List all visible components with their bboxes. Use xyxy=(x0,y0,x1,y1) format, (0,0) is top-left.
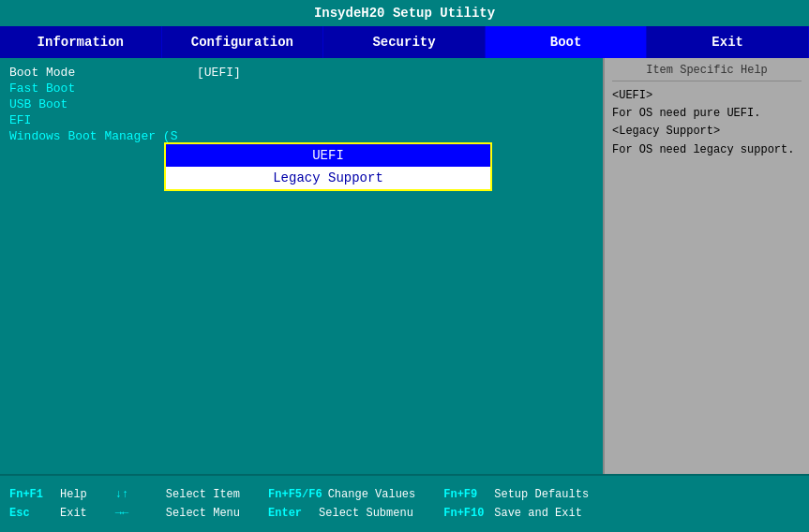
setting-boot-mode-value: [UEFI] xyxy=(197,66,241,80)
key-help-label: Help xyxy=(60,485,87,504)
bottom-bar: Fn+F1 Help Esc Exit ↓↑ Select Item →← Se… xyxy=(0,474,809,532)
bottom-navigate: ↓↑ Select Item →← Select Menu xyxy=(115,485,240,524)
main-content: Boot Mode [UEFI] Fast Boot USB Boot EFI … xyxy=(0,58,809,474)
key-fn-f10: Fn+F10 xyxy=(443,504,488,523)
bottom-arrows2: →← Select Menu xyxy=(115,504,240,523)
tab-configuration[interactable]: Configuration xyxy=(162,26,324,58)
key-esc: Esc xyxy=(9,504,54,523)
help-uefi-tag: <UEFI> xyxy=(612,89,652,102)
bottom-defaults-exit: Fn+F9 Setup Defaults Fn+F10 Save and Exi… xyxy=(443,485,589,524)
nav-tabs: Information Configuration Security Boot … xyxy=(0,26,809,58)
dropdown-popup[interactable]: UEFI Legacy Support xyxy=(164,142,492,191)
bottom-exit: Esc Exit xyxy=(9,504,87,523)
setting-efi[interactable]: EFI xyxy=(9,113,593,127)
bottom-help: Fn+F1 Help xyxy=(9,485,87,504)
bottom-setup-defaults: Fn+F9 Setup Defaults xyxy=(443,485,589,504)
dropdown-option-uefi[interactable]: UEFI xyxy=(166,144,490,167)
key-select-item-label: Select Item xyxy=(166,485,240,504)
setting-fast-boot[interactable]: Fast Boot xyxy=(9,81,593,96)
key-exit-label: Exit xyxy=(60,504,87,523)
help-legacy-tag: <Legacy Support> xyxy=(612,125,720,138)
left-panel: Boot Mode [UEFI] Fast Boot USB Boot EFI … xyxy=(0,58,603,474)
bottom-change-values: Fn+F5/F6 Change Values xyxy=(268,485,415,504)
key-select-submenu-label: Select Submenu xyxy=(319,504,413,523)
bottom-help-exit: Fn+F1 Help Esc Exit xyxy=(9,485,87,524)
dropdown-option-legacy[interactable]: Legacy Support xyxy=(166,167,490,189)
tab-security[interactable]: Security xyxy=(323,26,486,58)
key-save-exit-label: Save and Exit xyxy=(494,504,582,523)
tab-information[interactable]: Information xyxy=(0,26,162,58)
setting-efi-label[interactable]: EFI xyxy=(9,113,197,127)
key-select-menu-label: Select Menu xyxy=(166,504,240,523)
setting-windows-boot-manager-label[interactable]: Windows Boot Manager (S xyxy=(9,129,197,143)
right-help-panel: Item Specific Help <UEFI> For OS need pu… xyxy=(603,58,809,474)
setting-usb-boot-label[interactable]: USB Boot xyxy=(9,97,197,111)
key-fn-f1: Fn+F1 xyxy=(9,485,54,504)
bottom-arrows: ↓↑ Select Item xyxy=(115,485,240,504)
key-setup-defaults-label: Setup Defaults xyxy=(494,485,589,504)
key-enter: Enter xyxy=(268,504,313,523)
key-fn-f9: Fn+F9 xyxy=(443,485,488,504)
setting-usb-boot[interactable]: USB Boot xyxy=(9,97,593,111)
key-arrows2: →← xyxy=(115,504,160,523)
bottom-enter: Enter Select Submenu xyxy=(268,504,415,523)
setting-windows-boot-manager[interactable]: Windows Boot Manager (S xyxy=(9,129,593,143)
app-title: InsydeH20 Setup Utility xyxy=(314,6,495,21)
key-arrows: ↓↑ xyxy=(115,485,160,504)
help-uefi-desc: For OS need pure UEFI. xyxy=(612,107,760,120)
key-change-values-label: Change Values xyxy=(328,485,416,504)
title-bar: InsydeH20 Setup Utility xyxy=(0,0,809,26)
help-legacy-desc: For OS need legacy support. xyxy=(612,143,794,156)
key-fn-f5f6: Fn+F5/F6 xyxy=(268,485,322,504)
setting-fast-boot-label[interactable]: Fast Boot xyxy=(9,81,197,96)
bottom-save-exit: Fn+F10 Save and Exit xyxy=(443,504,589,523)
setting-boot-mode: Boot Mode [UEFI] xyxy=(9,66,593,80)
tab-exit[interactable]: Exit xyxy=(647,26,809,58)
help-content: <UEFI> For OS need pure UEFI. <Legacy Su… xyxy=(612,87,802,159)
help-title: Item Specific Help xyxy=(612,64,802,81)
setting-boot-mode-label: Boot Mode xyxy=(9,66,197,80)
tab-boot[interactable]: Boot xyxy=(486,26,648,58)
bottom-values: Fn+F5/F6 Change Values Enter Select Subm… xyxy=(268,485,415,524)
